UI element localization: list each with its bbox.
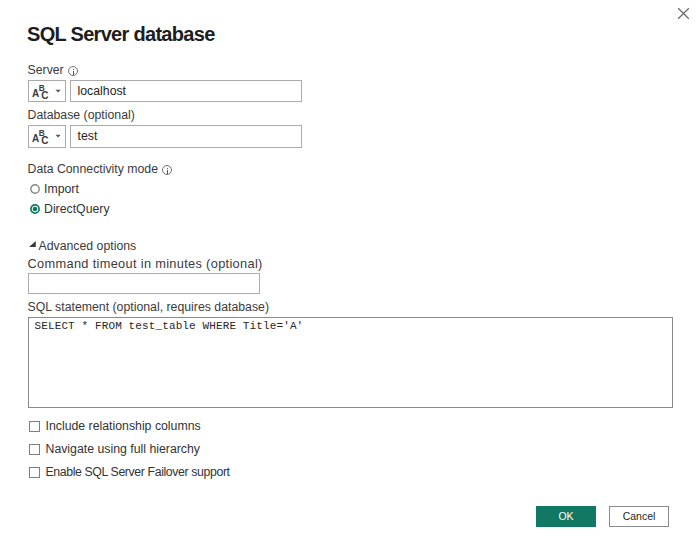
svg-text:C: C (41, 89, 48, 100)
svg-text:C: C (41, 135, 48, 146)
